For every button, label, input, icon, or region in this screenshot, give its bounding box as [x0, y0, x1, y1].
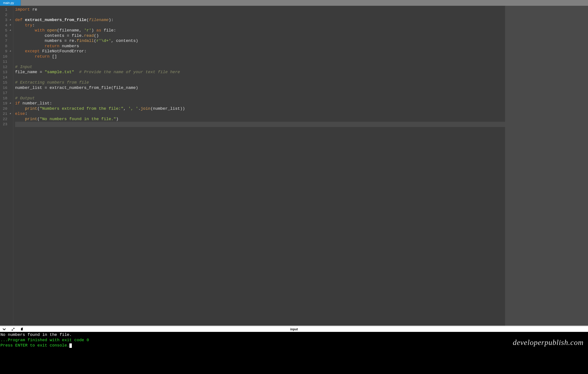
code-token: contents: [15, 33, 67, 38]
code-token: file: [72, 33, 81, 38]
code-line[interactable]: [15, 12, 588, 18]
console-toolbar: input: [0, 327, 588, 332]
code-line[interactable]: [15, 75, 588, 80]
gutter-row: 12: [0, 64, 13, 70]
code-token: file: [101, 28, 114, 33]
fold-toggle-icon[interactable]: [10, 50, 12, 52]
line-number: 5: [5, 28, 10, 32]
code-line[interactable]: [15, 91, 588, 96]
chevron-down-icon[interactable]: [2, 327, 6, 331]
code-token: findall: [77, 39, 94, 43]
code-token: (file_name): [111, 86, 138, 90]
code-token: return: [35, 54, 50, 59]
code-token: as: [96, 28, 101, 33]
code-token: =: [40, 70, 45, 74]
fold-toggle-icon[interactable]: [10, 24, 12, 26]
code-token: else: [15, 112, 25, 116]
code-token: :: [25, 112, 27, 116]
code-line[interactable]: number_list = extract_numbers_from_file(…: [15, 85, 588, 91]
line-number: 20: [3, 107, 10, 111]
code-token: number_list: [15, 86, 45, 90]
line-number: 19: [3, 101, 10, 105]
code-token: return: [45, 44, 59, 49]
gutter-row: 17: [0, 91, 13, 96]
line-number: 1: [5, 8, 10, 12]
code-token: ', ': [128, 106, 138, 111]
code-line[interactable]: except FileNotFoundError:: [15, 49, 588, 54]
code-line[interactable]: print("Numbers extracted from the file:"…: [15, 106, 588, 112]
gutter-row: 6: [0, 33, 13, 39]
code-line[interactable]: print("No numbers found in the file."): [15, 117, 588, 122]
line-number: 17: [3, 91, 10, 95]
gutter-row: 11: [0, 59, 13, 64]
line-number: 14: [3, 75, 10, 80]
gutter-row: 15: [0, 80, 13, 85]
code-token: try: [25, 23, 32, 28]
code-token: :: [32, 23, 35, 28]
code-token: # Provide the name of your text file her…: [79, 70, 180, 74]
code-line[interactable]: [15, 122, 588, 127]
code-token: file_name: [15, 70, 40, 74]
code-area[interactable]: import redef extract_numbers_from_file(f…: [13, 6, 588, 326]
code-token: ): [91, 28, 94, 33]
code-token: number_list: [20, 101, 49, 106]
code-line[interactable]: contents = file.read(): [15, 33, 588, 39]
fold-toggle-icon[interactable]: [10, 30, 12, 32]
gutter-row: 16: [0, 85, 13, 91]
code-line[interactable]: if number_list:: [15, 101, 588, 106]
expand-icon[interactable]: [11, 327, 15, 331]
gutter-row: 23: [0, 122, 13, 127]
code-line[interactable]: else:: [15, 111, 588, 117]
code-token: 'r': [84, 28, 91, 33]
line-number-gutter: 1234567891011121314151617181920212223: [0, 6, 13, 326]
code-line[interactable]: numbers = re.findall(r'\d+', contents): [15, 38, 588, 44]
copy-icon[interactable]: [20, 327, 24, 331]
line-number: 22: [3, 117, 10, 121]
code-token: :: [49, 101, 52, 106]
code-token: [15, 44, 45, 49]
console-line: No numbers found in the file.: [0, 332, 588, 338]
code-token: read: [84, 33, 94, 38]
gutter-row: 5: [0, 28, 13, 33]
line-number: 6: [5, 34, 10, 38]
code-line[interactable]: import re: [15, 7, 588, 12]
console-output[interactable]: developerpublish.com No numbers found in…: [0, 332, 588, 374]
tab-main-py[interactable]: main.py: [0, 0, 21, 6]
line-number: 13: [3, 70, 10, 74]
line-number: 9: [5, 49, 10, 53]
fold-toggle-icon[interactable]: [10, 19, 12, 21]
code-token: [15, 54, 35, 59]
code-line[interactable]: def extract_numbers_from_file(filename):: [15, 18, 588, 23]
code-line[interactable]: return []: [15, 54, 588, 59]
fold-toggle-icon[interactable]: [10, 103, 12, 105]
code-line[interactable]: with open(filename, 'r') as file:: [15, 28, 588, 33]
code-token: []: [49, 54, 57, 59]
line-number: 3: [5, 18, 10, 22]
code-token: extract_numbers_from_file: [49, 86, 111, 90]
code-token: if: [15, 101, 20, 106]
code-token: r'\d+': [96, 39, 111, 43]
code-line[interactable]: # Output: [15, 96, 588, 101]
code-token: with: [35, 28, 45, 33]
code-token: re: [30, 7, 37, 12]
gutter-row: 20: [0, 106, 13, 112]
code-token: def: [15, 18, 25, 22]
code-line[interactable]: file_name = "sample.txt" # Provide the n…: [15, 70, 588, 75]
code-token: [15, 106, 25, 111]
fold-toggle-icon[interactable]: [10, 113, 12, 115]
code-token: [15, 23, 25, 28]
code-line[interactable]: # Extracting numbers from file: [15, 80, 588, 85]
code-line[interactable]: # Input: [15, 64, 588, 70]
code-token: ,: [124, 106, 128, 111]
code-token: (: [37, 106, 40, 111]
code-token: [15, 28, 35, 33]
code-line[interactable]: [15, 59, 588, 64]
line-number: 15: [3, 81, 10, 85]
gutter-row: 14: [0, 75, 13, 80]
code-line[interactable]: try:: [15, 23, 588, 28]
code-line[interactable]: return numbers: [15, 44, 588, 49]
svg-rect-0: [21, 328, 23, 331]
code-editor[interactable]: 1234567891011121314151617181920212223 im…: [0, 6, 588, 326]
gutter-row: 21: [0, 111, 13, 117]
line-number: 2: [5, 13, 10, 17]
